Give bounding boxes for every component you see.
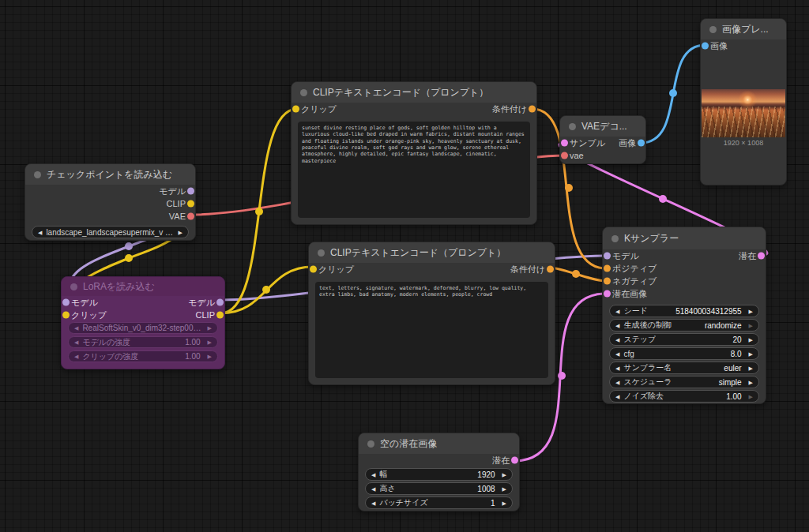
node-title: CLIPテキストエンコード（プロンプト） xyxy=(330,246,506,260)
node-checkpoint-loader[interactable]: チェックポイントを読み込む モデル CLIP VAE ◀ landscape_l… xyxy=(24,163,196,241)
increment-arrow-icon[interactable]: ▶ xyxy=(502,472,506,478)
node-clip-encode-positive[interactable]: CLIPテキストエンコード（プロンプト） クリップ 条件付け sunset di… xyxy=(291,81,537,225)
increment-arrow-icon[interactable]: ▶ xyxy=(502,500,506,506)
latent-image-input-port[interactable] xyxy=(604,290,611,298)
next-arrow-icon[interactable]: ▶ xyxy=(179,230,182,235)
samples-input-port[interactable] xyxy=(561,140,568,147)
collapse-dot-icon[interactable] xyxy=(367,440,374,448)
node-title-bar[interactable]: LoRAを読み込む xyxy=(62,277,224,296)
widget-strength-clip[interactable]: ◀ クリップの強度 1.00 ▶ xyxy=(68,350,218,362)
model-input-port[interactable] xyxy=(604,253,611,260)
widget-seed[interactable]: ◀ シード 518400034312955 ▶ xyxy=(609,305,759,317)
increment-arrow-icon[interactable]: ▶ xyxy=(502,486,506,492)
widget-batch-size[interactable]: ◀ バッチサイズ 1 ▶ xyxy=(365,496,513,509)
prev-arrow-icon[interactable]: ◀ xyxy=(38,230,42,235)
prev-arrow-icon[interactable]: ◀ xyxy=(615,365,619,371)
widget-scheduler[interactable]: ◀ スケジューラ simple ▶ xyxy=(609,376,759,388)
node-title-bar[interactable]: 空の潜在画像 xyxy=(359,433,519,454)
decrement-arrow-icon[interactable]: ◀ xyxy=(615,394,619,399)
clip-input-port[interactable] xyxy=(310,266,317,273)
widget-width[interactable]: ◀ 幅 1920 ▶ xyxy=(365,468,513,481)
widget-denoise[interactable]: ◀ ノイズ除去 1.00 ▶ xyxy=(609,390,759,403)
input-label-positive: ポジティブ xyxy=(612,263,657,275)
decrement-arrow-icon[interactable]: ◀ xyxy=(615,337,619,343)
node-title-bar[interactable]: 画像プレ... xyxy=(701,19,786,39)
widget-strength-model[interactable]: ◀ モデルの強度 1.00 ▶ xyxy=(68,336,218,348)
image-input-port[interactable] xyxy=(702,43,709,50)
latent-output-port[interactable] xyxy=(511,457,518,464)
next-arrow-icon[interactable]: ▶ xyxy=(208,325,212,331)
widget-steps[interactable]: ◀ ステップ 20 ▶ xyxy=(609,333,759,346)
decrement-arrow-icon[interactable]: ◀ xyxy=(371,472,375,478)
increment-arrow-icon[interactable]: ▶ xyxy=(749,309,753,314)
collapse-dot-icon[interactable] xyxy=(709,26,717,33)
prev-arrow-icon[interactable]: ◀ xyxy=(615,323,619,328)
collapse-dot-icon[interactable] xyxy=(611,235,619,242)
widget-control-after-generate[interactable]: ◀ 生成後の制御 randomize ▶ xyxy=(609,319,759,332)
increment-arrow-icon[interactable]: ▶ xyxy=(749,351,753,357)
node-ksampler[interactable]: Kサンプラー モデル 潜在 ポジティブ ネガティブ 潜在画像 ◀ シード 518… xyxy=(602,227,766,404)
output-label-image: 画像 xyxy=(619,137,636,149)
prompt-textarea[interactable]: text, letters, signature, watermark, def… xyxy=(315,282,548,378)
widget-cfg[interactable]: ◀ cfg 8.0 ▶ xyxy=(609,347,759,360)
collapse-dot-icon[interactable] xyxy=(300,89,307,96)
increment-arrow-icon[interactable]: ▶ xyxy=(749,394,753,399)
node-preview-image[interactable]: 画像プレ... 画像 1920 × 1008 xyxy=(700,18,787,185)
node-title-bar[interactable]: CLIPテキストエンコード（プロンプト） xyxy=(292,82,536,103)
decrement-arrow-icon[interactable]: ◀ xyxy=(74,339,78,345)
latent-output-port[interactable] xyxy=(758,253,765,260)
node-empty-latent[interactable]: 空の潜在画像 潜在 ◀ 幅 1920 ▶ ◀ 高さ 1008 ▶ ◀ バッチサイ… xyxy=(358,433,520,511)
output-label-model: モデル xyxy=(188,297,215,309)
collapse-dot-icon[interactable] xyxy=(318,249,325,257)
node-clip-encode-negative[interactable]: CLIPテキストエンコード（プロンプト） クリップ 条件付け text, let… xyxy=(308,242,555,385)
clip-input-port[interactable] xyxy=(292,106,299,113)
prompt-textarea[interactable]: sunset divine resting place of gods, sof… xyxy=(298,122,530,218)
decrement-arrow-icon[interactable]: ◀ xyxy=(371,486,375,492)
image-output-port[interactable] xyxy=(638,140,645,147)
prev-arrow-icon[interactable]: ◀ xyxy=(74,325,78,331)
clip-output-port[interactable] xyxy=(216,312,224,319)
increment-arrow-icon[interactable]: ▶ xyxy=(208,354,212,359)
node-title-bar[interactable]: チェックポイントを読み込む xyxy=(25,164,195,185)
node-title-bar[interactable]: CLIPテキストエンコード（プロンプト） xyxy=(309,242,555,263)
decrement-arrow-icon[interactable]: ◀ xyxy=(371,500,375,506)
collapse-dot-icon[interactable] xyxy=(569,123,576,130)
node-lora-loader[interactable]: LoRAを読み込む モデル モデル クリップ CLIP ◀ RealSoftSk… xyxy=(61,276,225,369)
model-output-port[interactable] xyxy=(216,299,224,306)
widget-height[interactable]: ◀ 高さ 1008 ▶ xyxy=(365,482,513,495)
next-arrow-icon[interactable]: ▶ xyxy=(749,380,753,385)
generated-image-preview xyxy=(702,89,785,137)
vae-input-port[interactable] xyxy=(561,152,568,159)
decrement-arrow-icon[interactable]: ◀ xyxy=(74,354,78,359)
node-vae-decode[interactable]: VAEデコ... サンプル 画像 vae xyxy=(559,115,646,164)
input-label-negative: ネガティブ xyxy=(612,275,657,287)
output-label-latent: 潜在 xyxy=(492,455,510,466)
increment-arrow-icon[interactable]: ▶ xyxy=(208,339,212,345)
increment-arrow-icon[interactable]: ▶ xyxy=(749,337,753,343)
positive-input-port[interactable] xyxy=(604,265,611,272)
output-label-clip: CLIP xyxy=(167,199,186,208)
widget-ckpt-name[interactable]: ◀ landscape_landscapesupermix_v … ▶ xyxy=(32,226,189,238)
prev-arrow-icon[interactable]: ◀ xyxy=(615,380,619,385)
vae-output-port[interactable] xyxy=(187,213,194,220)
collapse-dot-icon[interactable] xyxy=(34,171,41,178)
widget-lora-name[interactable]: ◀ RealSoftSkin_v0_dim32-step00… ▶ xyxy=(68,322,218,334)
node-title-bar[interactable]: VAEデコ... xyxy=(560,116,645,137)
decrement-arrow-icon[interactable]: ◀ xyxy=(615,309,619,314)
widget-sampler-name[interactable]: ◀ サンプラー名 euler ▶ xyxy=(609,362,759,374)
input-label-samples: サンプル xyxy=(570,137,605,149)
clip-input-port[interactable] xyxy=(62,312,70,319)
collapse-dot-icon[interactable] xyxy=(70,283,77,290)
clip-output-port[interactable] xyxy=(187,200,194,208)
conditioning-output-port[interactable] xyxy=(547,266,554,273)
output-label-conditioning: 条件付け xyxy=(492,103,527,115)
negative-input-port[interactable] xyxy=(604,278,611,285)
next-arrow-icon[interactable]: ▶ xyxy=(749,365,753,371)
conditioning-output-port[interactable] xyxy=(529,106,536,113)
next-arrow-icon[interactable]: ▶ xyxy=(749,323,753,328)
node-title: Kサンプラー xyxy=(624,232,679,245)
decrement-arrow-icon[interactable]: ◀ xyxy=(615,351,619,357)
node-title-bar[interactable]: Kサンプラー xyxy=(603,227,766,249)
model-output-port[interactable] xyxy=(187,188,194,195)
model-input-port[interactable] xyxy=(62,299,70,306)
